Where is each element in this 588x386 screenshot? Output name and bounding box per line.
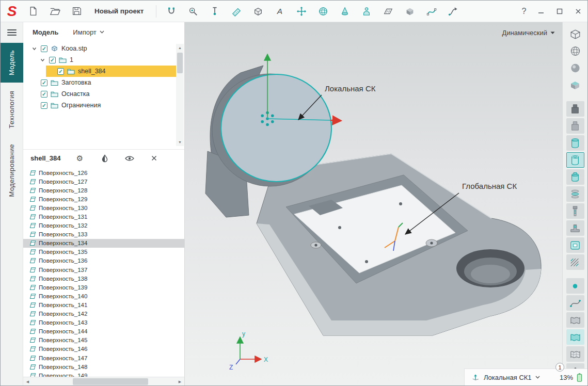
- side-tab-modeling[interactable]: Моделирование: [1, 137, 23, 204]
- tree-item[interactable]: ✓Ограничения: [23, 100, 184, 111]
- box-primitive-button[interactable]: [248, 3, 268, 20]
- view-mode-dropdown[interactable]: Динамический: [502, 29, 555, 37]
- workpiece-shell-button[interactable]: [566, 152, 584, 168]
- import-model-button[interactable]: [162, 3, 181, 20]
- hatch-button[interactable]: [566, 254, 584, 270]
- sphere-primitive-button[interactable]: [313, 3, 333, 20]
- side-tab-technology[interactable]: Технология: [1, 84, 23, 136]
- surface-mesh-tool-button[interactable]: [566, 346, 584, 362]
- visibility-eye-button[interactable]: [124, 153, 135, 164]
- checkbox[interactable]: ✓: [41, 91, 47, 98]
- surface-tool-button[interactable]: [566, 312, 584, 328]
- expander-chevron-icon[interactable]: [39, 58, 46, 62]
- checkbox[interactable]: ✓: [49, 57, 56, 63]
- panel-tab-model[interactable]: Модель: [33, 28, 58, 36]
- tree-item-body[interactable]: ✓Kooa.stp: [29, 43, 175, 54]
- expander-chevron-icon[interactable]: [30, 46, 38, 51]
- view-shaded-sphere-button[interactable]: [566, 60, 584, 76]
- scroll-thumb[interactable]: [73, 378, 148, 385]
- inspect-button[interactable]: [183, 3, 203, 20]
- spline-tool-button[interactable]: [422, 3, 441, 20]
- curve-redirect-button[interactable]: [443, 3, 463, 20]
- workpiece-sleeve-button[interactable]: [566, 169, 584, 185]
- open-project-button[interactable]: [45, 3, 65, 20]
- tree-item-body[interactable]: ✓shell_384: [46, 66, 176, 77]
- side-tab-model[interactable]: Модель: [1, 43, 23, 83]
- surface-list-item[interactable]: Поверхность_146: [23, 345, 184, 353]
- surface-list-item[interactable]: Поверхность_142: [23, 310, 184, 318]
- tree-item-body[interactable]: ✓Ограничения: [29, 100, 175, 111]
- measure-button[interactable]: [227, 3, 246, 20]
- view-mesh-sphere-button[interactable]: [566, 43, 584, 59]
- surface-list-item[interactable]: Поверхность_130: [23, 203, 184, 212]
- revolve-tool-button[interactable]: [335, 3, 355, 20]
- surface-list-item[interactable]: Поверхность_139: [23, 283, 184, 292]
- surface-list-item[interactable]: Поверхность_138: [23, 274, 184, 283]
- surface-list-item[interactable]: Поверхность_148: [23, 362, 184, 371]
- shading-droplet-button[interactable]: [99, 153, 110, 164]
- help-button[interactable]: ?: [516, 3, 532, 20]
- close-button[interactable]: [569, 1, 587, 22]
- scroll-up-arrow[interactable]: ▲: [176, 44, 184, 52]
- figure-tool-button[interactable]: [357, 3, 376, 20]
- tree-vertical-scrollbar[interactable]: ▲ ▼: [176, 44, 184, 146]
- scroll-right-arrow[interactable]: ▶: [176, 377, 184, 386]
- surface-list-item[interactable]: Поверхность_144: [23, 327, 184, 336]
- probe-button[interactable]: [205, 3, 225, 20]
- surface-list-item[interactable]: Поверхность_133: [23, 230, 184, 239]
- surface-list-item[interactable]: Поверхность_149: [23, 371, 184, 377]
- surface-list-item[interactable]: Поверхность_126: [23, 168, 184, 177]
- checkbox[interactable]: ✓: [41, 79, 47, 86]
- surface-list-item[interactable]: Поверхность_132: [23, 221, 184, 230]
- surface-selected-tool-button[interactable]: [566, 329, 584, 345]
- tree-item[interactable]: ✓Kooa.stp: [23, 43, 184, 54]
- surface-list-item[interactable]: Поверхность_140: [23, 292, 184, 300]
- tree-item[interactable]: ✓1: [23, 54, 184, 66]
- surface-list-item[interactable]: Поверхность_128: [23, 186, 184, 195]
- curve-tool-button[interactable]: [566, 295, 584, 311]
- surface-horizontal-scrollbar[interactable]: ◀ ▶: [23, 377, 184, 385]
- workpiece-flange-button[interactable]: [566, 118, 584, 134]
- surface-list-item[interactable]: Поверхность_129: [23, 195, 184, 203]
- panel-tab-import[interactable]: Импорт: [73, 28, 104, 36]
- scroll-down-arrow[interactable]: ▼: [176, 138, 184, 146]
- surface-list-item[interactable]: Поверхность_141: [23, 300, 184, 309]
- checkbox[interactable]: ✓: [41, 45, 47, 52]
- view-shaded-box-button[interactable]: [566, 77, 584, 93]
- workpiece-disks-button[interactable]: [566, 186, 584, 202]
- surface-list-item[interactable]: Поверхность_135: [23, 248, 184, 256]
- checkbox[interactable]: ✓: [57, 68, 64, 75]
- surface-list-item[interactable]: Поверхность_147: [23, 353, 184, 362]
- tree-item-body[interactable]: ✓Оснастка: [29, 88, 175, 100]
- text-primitive-button[interactable]: A: [270, 3, 290, 20]
- scroll-thumb[interactable]: [177, 53, 183, 73]
- close-detail-button[interactable]: [149, 153, 160, 164]
- tree-item[interactable]: ✓Оснастка: [23, 88, 184, 100]
- fixture-button[interactable]: [566, 220, 584, 236]
- active-cs-label[interactable]: Локальная СК1: [484, 374, 532, 381]
- tree-item[interactable]: ✓shell_384: [23, 66, 184, 77]
- surface-list-item[interactable]: Поверхность_134: [23, 239, 184, 248]
- checkbox[interactable]: ✓: [41, 102, 47, 109]
- notification-badge[interactable]: 1: [555, 363, 564, 372]
- solid-body-button[interactable]: [400, 3, 420, 20]
- mesh-surface-button[interactable]: [378, 3, 398, 20]
- new-project-button[interactable]: [23, 3, 43, 20]
- scroll-left-arrow[interactable]: ◀: [23, 377, 32, 386]
- tree-item-body[interactable]: ✓1: [38, 54, 175, 66]
- scene-3d-model[interactable]: Локальная СК Глобальная СК y X Z: [185, 22, 562, 385]
- surface-list-item[interactable]: Поверхность_145: [23, 336, 184, 345]
- hamburger-menu-button[interactable]: [1, 22, 23, 43]
- surface-list-item[interactable]: Поверхность_136: [23, 256, 184, 265]
- surface-list-item[interactable]: Поверхность_143: [23, 318, 184, 327]
- minimize-button[interactable]: [532, 1, 550, 22]
- chevron-down-icon[interactable]: [535, 376, 540, 379]
- pocket-button[interactable]: [566, 237, 584, 253]
- surface-list-item[interactable]: Поверхность_137: [23, 265, 184, 274]
- surface-list-item[interactable]: Поверхность_131: [23, 212, 184, 221]
- tree-item[interactable]: ✓Заготовка: [23, 77, 184, 88]
- surface-list-item[interactable]: Поверхность_127: [23, 177, 184, 186]
- settings-gear-button[interactable]: ⚙: [74, 153, 86, 164]
- point-tool-button[interactable]: [566, 278, 584, 294]
- workpiece-cylinder-button[interactable]: [566, 135, 584, 151]
